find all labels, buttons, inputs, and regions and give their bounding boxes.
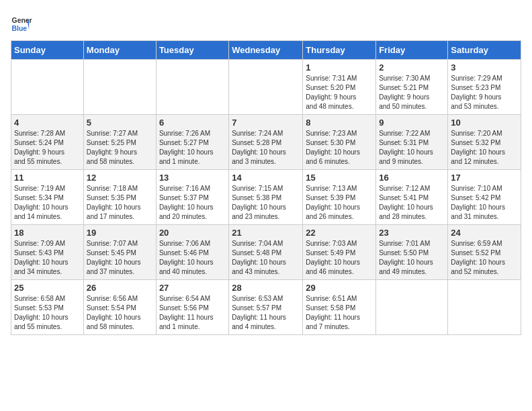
day-info: Sunrise: 7:04 AM Sunset: 5:48 PM Dayligh… — [232, 239, 300, 277]
day-info: Sunrise: 7:12 AM Sunset: 5:41 PM Dayligh… — [379, 184, 445, 222]
day-number: 21 — [232, 228, 300, 238]
header: General Blue — [11, 11, 521, 35]
day-number: 9 — [379, 118, 445, 128]
calendar-cell: 15Sunrise: 7:13 AM Sunset: 5:39 PM Dayli… — [303, 170, 376, 225]
header-cell-thursday: Thursday — [303, 41, 376, 60]
week-row-1: 4Sunrise: 7:28 AM Sunset: 5:24 PM Daylig… — [11, 115, 521, 170]
calendar-cell: 26Sunrise: 6:56 AM Sunset: 5:54 PM Dayli… — [83, 280, 156, 335]
calendar-cell: 29Sunrise: 6:51 AM Sunset: 5:58 PM Dayli… — [303, 280, 376, 335]
day-number: 13 — [159, 173, 226, 183]
day-info: Sunrise: 7:10 AM Sunset: 5:42 PM Dayligh… — [451, 184, 518, 222]
calendar-cell — [11, 60, 84, 115]
calendar-cell: 2Sunrise: 7:30 AM Sunset: 5:21 PM Daylig… — [376, 60, 448, 115]
calendar-cell — [156, 60, 228, 115]
day-number: 17 — [451, 173, 518, 183]
day-info: Sunrise: 7:23 AM Sunset: 5:30 PM Dayligh… — [306, 129, 373, 167]
day-info: Sunrise: 7:06 AM Sunset: 5:46 PM Dayligh… — [159, 239, 226, 277]
svg-text:Blue: Blue — [12, 25, 28, 32]
calendar-cell: 3Sunrise: 7:29 AM Sunset: 5:23 PM Daylig… — [448, 60, 521, 115]
day-number: 6 — [159, 118, 226, 128]
calendar: SundayMondayTuesdayWednesdayThursdayFrid… — [11, 40, 521, 335]
header-cell-saturday: Saturday — [448, 41, 521, 60]
week-row-3: 18Sunrise: 7:09 AM Sunset: 5:43 PM Dayli… — [11, 225, 521, 280]
day-number: 3 — [451, 62, 518, 73]
calendar-cell: 24Sunrise: 6:59 AM Sunset: 5:52 PM Dayli… — [448, 225, 521, 280]
header-cell-monday: Monday — [83, 41, 156, 60]
day-info: Sunrise: 7:27 AM Sunset: 5:25 PM Dayligh… — [87, 129, 153, 167]
calendar-header-row: SundayMondayTuesdayWednesdayThursdayFrid… — [11, 41, 521, 60]
day-number: 12 — [87, 173, 153, 183]
day-info: Sunrise: 7:24 AM Sunset: 5:28 PM Dayligh… — [232, 129, 300, 167]
day-number: 23 — [379, 228, 445, 238]
day-number: 24 — [451, 228, 518, 238]
calendar-cell: 8Sunrise: 7:23 AM Sunset: 5:30 PM Daylig… — [303, 115, 376, 170]
day-number: 16 — [379, 173, 445, 183]
day-number: 29 — [306, 283, 373, 293]
calendar-cell: 28Sunrise: 6:53 AM Sunset: 5:57 PM Dayli… — [229, 280, 303, 335]
week-row-4: 25Sunrise: 6:58 AM Sunset: 5:53 PM Dayli… — [11, 280, 521, 335]
calendar-cell: 21Sunrise: 7:04 AM Sunset: 5:48 PM Dayli… — [229, 225, 303, 280]
calendar-cell: 13Sunrise: 7:16 AM Sunset: 5:37 PM Dayli… — [156, 170, 228, 225]
day-number: 25 — [14, 283, 81, 293]
day-info: Sunrise: 6:59 AM Sunset: 5:52 PM Dayligh… — [451, 239, 518, 277]
day-info: Sunrise: 7:09 AM Sunset: 5:43 PM Dayligh… — [14, 239, 81, 277]
day-info: Sunrise: 7:31 AM Sunset: 5:20 PM Dayligh… — [306, 74, 373, 111]
day-number: 27 — [159, 283, 226, 293]
day-number: 10 — [451, 118, 518, 128]
day-info: Sunrise: 7:03 AM Sunset: 5:49 PM Dayligh… — [306, 239, 373, 277]
day-number: 8 — [306, 118, 373, 128]
calendar-cell: 4Sunrise: 7:28 AM Sunset: 5:24 PM Daylig… — [11, 115, 84, 170]
day-info: Sunrise: 7:30 AM Sunset: 5:21 PM Dayligh… — [379, 74, 445, 111]
day-number: 4 — [14, 118, 81, 128]
day-info: Sunrise: 7:01 AM Sunset: 5:50 PM Dayligh… — [379, 239, 445, 277]
day-number: 2 — [379, 62, 445, 73]
calendar-body: 1Sunrise: 7:31 AM Sunset: 5:20 PM Daylig… — [11, 60, 521, 335]
day-info: Sunrise: 6:51 AM Sunset: 5:58 PM Dayligh… — [306, 294, 373, 332]
day-number: 28 — [232, 283, 300, 293]
day-number: 26 — [87, 283, 153, 293]
calendar-cell — [448, 280, 521, 335]
calendar-cell: 17Sunrise: 7:10 AM Sunset: 5:42 PM Dayli… — [448, 170, 521, 225]
calendar-cell: 20Sunrise: 7:06 AM Sunset: 5:46 PM Dayli… — [156, 225, 228, 280]
calendar-cell: 18Sunrise: 7:09 AM Sunset: 5:43 PM Dayli… — [11, 225, 84, 280]
day-info: Sunrise: 7:20 AM Sunset: 5:32 PM Dayligh… — [451, 129, 518, 167]
day-info: Sunrise: 7:22 AM Sunset: 5:31 PM Dayligh… — [379, 129, 445, 167]
day-info: Sunrise: 7:19 AM Sunset: 5:34 PM Dayligh… — [14, 184, 81, 222]
calendar-cell: 12Sunrise: 7:18 AM Sunset: 5:35 PM Dayli… — [83, 170, 156, 225]
calendar-cell: 1Sunrise: 7:31 AM Sunset: 5:20 PM Daylig… — [303, 60, 376, 115]
header-cell-tuesday: Tuesday — [156, 41, 228, 60]
day-info: Sunrise: 7:26 AM Sunset: 5:27 PM Dayligh… — [159, 129, 226, 167]
day-info: Sunrise: 6:58 AM Sunset: 5:53 PM Dayligh… — [14, 294, 81, 332]
day-number: 1 — [306, 62, 373, 73]
day-info: Sunrise: 7:18 AM Sunset: 5:35 PM Dayligh… — [87, 184, 153, 222]
calendar-cell: 22Sunrise: 7:03 AM Sunset: 5:49 PM Dayli… — [303, 225, 376, 280]
day-number: 11 — [14, 173, 81, 183]
calendar-cell: 7Sunrise: 7:24 AM Sunset: 5:28 PM Daylig… — [229, 115, 303, 170]
week-row-2: 11Sunrise: 7:19 AM Sunset: 5:34 PM Dayli… — [11, 170, 521, 225]
calendar-cell: 14Sunrise: 7:15 AM Sunset: 5:38 PM Dayli… — [229, 170, 303, 225]
day-info: Sunrise: 6:56 AM Sunset: 5:54 PM Dayligh… — [87, 294, 153, 332]
day-info: Sunrise: 7:13 AM Sunset: 5:39 PM Dayligh… — [306, 184, 373, 222]
day-number: 5 — [87, 118, 153, 128]
calendar-cell — [376, 280, 448, 335]
header-cell-sunday: Sunday — [11, 41, 84, 60]
day-number: 15 — [306, 173, 373, 183]
day-number: 20 — [159, 228, 226, 238]
calendar-cell: 27Sunrise: 6:54 AM Sunset: 5:56 PM Dayli… — [156, 280, 228, 335]
calendar-cell: 6Sunrise: 7:26 AM Sunset: 5:27 PM Daylig… — [156, 115, 228, 170]
calendar-cell: 10Sunrise: 7:20 AM Sunset: 5:32 PM Dayli… — [448, 115, 521, 170]
logo-icon: General Blue — [11, 13, 32, 35]
day-number: 22 — [306, 228, 373, 238]
calendar-cell: 5Sunrise: 7:27 AM Sunset: 5:25 PM Daylig… — [83, 115, 156, 170]
day-info: Sunrise: 7:15 AM Sunset: 5:38 PM Dayligh… — [232, 184, 300, 222]
header-cell-friday: Friday — [376, 41, 448, 60]
day-info: Sunrise: 7:16 AM Sunset: 5:37 PM Dayligh… — [159, 184, 226, 222]
calendar-cell: 9Sunrise: 7:22 AM Sunset: 5:31 PM Daylig… — [376, 115, 448, 170]
day-number: 7 — [232, 118, 300, 128]
calendar-cell: 23Sunrise: 7:01 AM Sunset: 5:50 PM Dayli… — [376, 225, 448, 280]
calendar-cell — [229, 60, 303, 115]
day-info: Sunrise: 6:54 AM Sunset: 5:56 PM Dayligh… — [159, 294, 226, 332]
week-row-0: 1Sunrise: 7:31 AM Sunset: 5:20 PM Daylig… — [11, 60, 521, 115]
day-number: 19 — [87, 228, 153, 238]
calendar-cell: 11Sunrise: 7:19 AM Sunset: 5:34 PM Dayli… — [11, 170, 84, 225]
